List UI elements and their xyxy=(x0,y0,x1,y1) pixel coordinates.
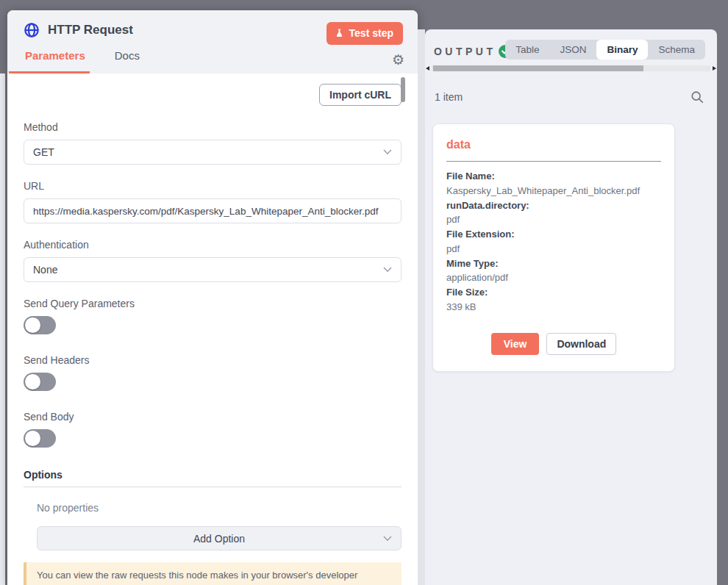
import-curl-button[interactable]: Import cURL xyxy=(319,84,402,106)
tab-json[interactable]: JSON xyxy=(549,40,596,60)
toggle-knob xyxy=(25,431,40,446)
authentication-select[interactable]: None xyxy=(24,257,402,282)
url-field: URL xyxy=(24,180,402,223)
send-headers-label: Send Headers xyxy=(24,354,402,366)
send-headers-field: Send Headers xyxy=(24,354,402,391)
tab-table[interactable]: Table xyxy=(505,40,549,60)
binary-key: data xyxy=(446,138,661,151)
parameters-body: Import cURL Method GET URL Authenticatio… xyxy=(7,73,418,585)
send-body-label: Send Body xyxy=(24,411,402,423)
send-query-parameters-label: Send Query Parameters xyxy=(24,298,402,309)
send-body-toggle[interactable] xyxy=(24,429,56,448)
binary-field-row: File Extension: pdf xyxy=(446,227,661,256)
tab-parameters[interactable]: Parameters xyxy=(25,49,85,69)
send-query-parameters-toggle[interactable] xyxy=(24,316,56,334)
gear-icon[interactable]: ⚙ xyxy=(392,53,404,67)
method-label: Method xyxy=(24,121,402,133)
send-body-field: Send Body xyxy=(24,411,402,448)
scroll-right-arrow[interactable] xyxy=(713,66,716,71)
binary-field-row: File Name: Kaspersky_Lab_Whitepaper_Anti… xyxy=(446,169,661,198)
send-headers-toggle[interactable] xyxy=(24,373,56,391)
toggle-knob xyxy=(25,374,40,390)
method-value: GET xyxy=(33,146,54,158)
field-value: Kaspersky_Lab_Whitepaper_Anti_blocker.pd… xyxy=(446,184,661,198)
chevron-down-icon xyxy=(383,267,392,273)
node-panel-header: HTTP Request Test step Parameters Docs ⚙ xyxy=(7,10,418,73)
chevron-down-icon xyxy=(383,149,392,155)
binary-field-row: Mime Type: application/pdf xyxy=(446,256,661,286)
output-title: OUTPUT xyxy=(434,46,496,57)
binary-field-row: runData.directory: pdf xyxy=(446,198,661,228)
horizontal-scrollbar-thumb[interactable] xyxy=(433,65,643,71)
binary-data-card: data File Name: Kaspersky_Lab_Whitepaper… xyxy=(432,123,675,372)
items-count: 1 item xyxy=(435,91,463,103)
url-input[interactable] xyxy=(24,198,402,223)
card-divider xyxy=(446,161,661,162)
authentication-label: Authentication xyxy=(24,239,402,251)
field-label: File Extension: xyxy=(446,227,661,242)
tab-schema[interactable]: Schema xyxy=(648,40,705,60)
field-label: File Name: xyxy=(446,169,661,184)
binary-field-row: File Size: 339 kB xyxy=(446,285,661,315)
scroll-left-arrow[interactable] xyxy=(426,66,429,71)
view-button[interactable]: View xyxy=(491,333,540,355)
authentication-value: None xyxy=(33,264,57,276)
search-icon[interactable] xyxy=(690,90,704,104)
globe-icon xyxy=(24,22,40,38)
send-query-parameters-field: Send Query Parameters xyxy=(24,298,402,334)
node-title: HTTP Request xyxy=(48,23,133,37)
tab-binary[interactable]: Binary xyxy=(596,40,648,60)
test-step-label: Test step xyxy=(349,27,393,39)
download-button[interactable]: Download xyxy=(546,333,616,355)
field-label: File Size: xyxy=(446,285,661,300)
field-value: pdf xyxy=(446,242,661,256)
tab-docs[interactable]: Docs xyxy=(115,49,140,69)
options-section-title: Options xyxy=(24,469,402,487)
vertical-scrollbar-thumb[interactable] xyxy=(401,77,405,102)
input-panel-edge xyxy=(0,73,5,585)
field-label: Mime Type: xyxy=(446,256,661,271)
options-empty-text: No properties xyxy=(37,502,402,514)
node-settings-panel: HTTP Request Test step Parameters Docs ⚙… xyxy=(7,10,418,585)
panel-gap xyxy=(418,29,425,585)
add-option-button[interactable]: Add Option xyxy=(37,526,402,550)
developer-console-notice: You can view the raw requests this node … xyxy=(24,562,402,585)
add-option-label: Add Option xyxy=(193,533,245,545)
method-field: Method GET xyxy=(24,121,402,165)
flask-icon xyxy=(335,28,344,38)
field-value: pdf xyxy=(446,212,661,227)
url-label: URL xyxy=(24,180,402,192)
output-panel: OUTPUT Table JSON Binary Schema 1 item d… xyxy=(425,29,717,585)
test-step-button[interactable]: Test step xyxy=(326,22,403,45)
output-tab-bar: Table JSON Binary Schema xyxy=(505,40,705,60)
field-label: runData.directory: xyxy=(446,198,661,213)
method-select[interactable]: GET xyxy=(24,140,402,165)
chevron-down-icon xyxy=(383,536,392,542)
field-value: application/pdf xyxy=(446,270,661,285)
field-value: 339 kB xyxy=(446,300,661,315)
authentication-field: Authentication None xyxy=(24,239,402,282)
toggle-knob xyxy=(25,317,40,333)
horizontal-scrollbar xyxy=(425,64,717,73)
